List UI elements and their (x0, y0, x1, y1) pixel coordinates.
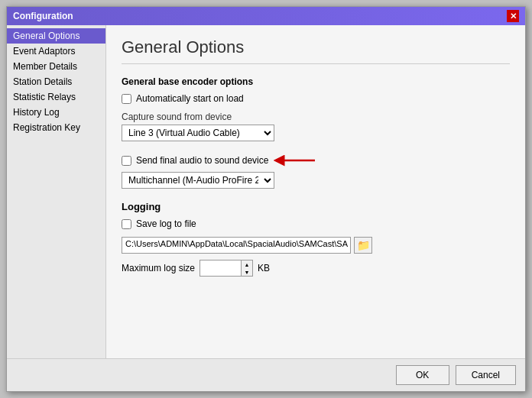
configuration-window: Configuration ✕ General Options Event Ad… (6, 6, 526, 392)
spin-up-button[interactable]: ▲ (242, 260, 252, 268)
cancel-button[interactable]: Cancel (456, 365, 516, 385)
auto-start-label: Automatically start on load (136, 93, 244, 104)
page-title: General Options (122, 37, 510, 64)
logging-section: Logging Save log to file C:\Users\ADMIN\… (122, 201, 510, 277)
log-size-spinner: 5000 ▲ ▼ (200, 260, 253, 277)
sidebar-item-member-details[interactable]: Member Details (7, 59, 105, 74)
save-log-label: Save log to file (136, 218, 196, 229)
capture-sound-dropdown-row: Line 3 (Virtual Audio Cable) Default (122, 125, 510, 141)
max-log-size-label: Maximum log size (122, 263, 195, 273)
sidebar-item-registration-key[interactable]: Registration Key (7, 120, 105, 135)
ok-button[interactable]: OK (396, 365, 449, 385)
save-log-checkbox[interactable] (122, 219, 131, 229)
browse-folder-button[interactable]: 📁 (354, 237, 372, 254)
send-final-audio-section: Send final audio to sound device (122, 154, 510, 189)
capture-device-select[interactable]: Line 3 (Virtual Audio Cable) Default (122, 125, 274, 141)
save-log-row: Save log to file (122, 218, 510, 229)
red-arrow-icon (273, 154, 319, 167)
content-area: General Options Event Adaptors Member De… (7, 25, 525, 358)
sidebar: General Options Event Adaptors Member De… (7, 25, 106, 358)
send-final-audio-label: Send final audio to sound device (136, 155, 268, 166)
logging-section-label: Logging (122, 201, 510, 212)
output-device-select[interactable]: Multichannel (M-Audio ProFire 2626) Defa… (122, 172, 274, 189)
main-panel: General Options General base encoder opt… (106, 25, 525, 358)
auto-start-checkbox[interactable] (122, 94, 131, 104)
send-final-audio-checkbox[interactable] (122, 156, 131, 166)
sidebar-item-history-log[interactable]: History Log (7, 105, 105, 120)
sidebar-item-general-options[interactable]: General Options (7, 28, 105, 44)
spin-down-button[interactable]: ▼ (242, 268, 252, 276)
encoder-section-label: General base encoder options (122, 76, 510, 87)
log-path-display: C:\Users\ADMIN\AppData\Local\SpacialAudi… (122, 237, 351, 254)
title-bar: Configuration ✕ (7, 7, 525, 25)
sidebar-item-station-details[interactable]: Station Details (7, 74, 105, 89)
log-size-input[interactable]: 5000 (200, 260, 242, 277)
red-arrow-annotation (273, 154, 319, 167)
sidebar-item-event-adaptors[interactable]: Event Adaptors (7, 44, 105, 59)
file-path-row: C:\Users\ADMIN\AppData\Local\SpacialAudi… (122, 237, 510, 254)
kb-label: KB (258, 263, 270, 273)
capture-sound-label: Capture sound from device (122, 112, 510, 122)
window-title: Configuration (13, 11, 73, 21)
spinner-buttons: ▲ ▼ (242, 260, 253, 277)
footer: OK Cancel (7, 358, 525, 391)
log-size-row: Maximum log size 5000 ▲ ▼ KB (122, 260, 510, 277)
folder-icon: 📁 (357, 239, 370, 251)
output-device-dropdown-row: Multichannel (M-Audio ProFire 2626) Defa… (122, 172, 510, 189)
capture-sound-group: Capture sound from device Line 3 (Virtua… (122, 112, 510, 141)
close-button[interactable]: ✕ (507, 10, 519, 22)
auto-start-row: Automatically start on load (122, 93, 510, 104)
sidebar-item-statistic-relays[interactable]: Statistic Relays (7, 89, 105, 105)
